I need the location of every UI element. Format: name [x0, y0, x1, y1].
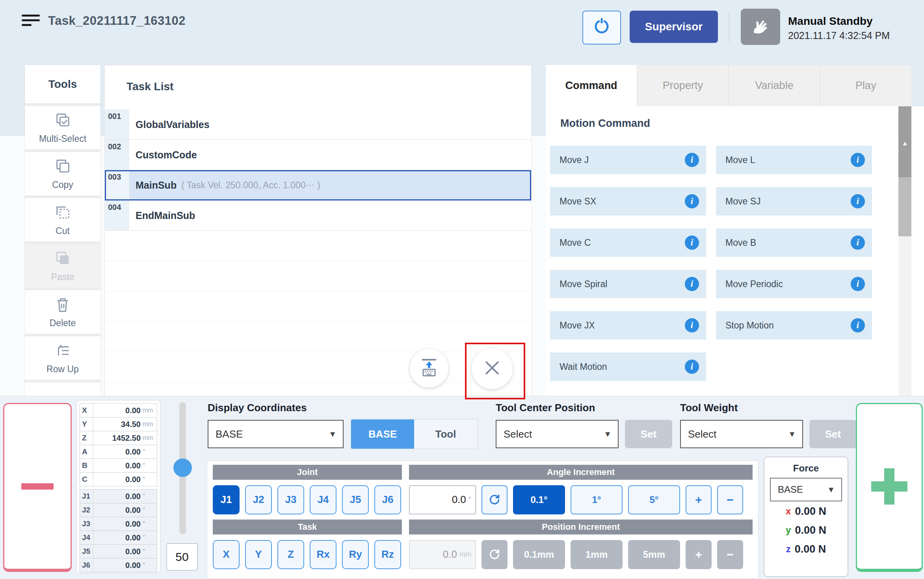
joint-button-j1[interactable]: J1 [213, 485, 240, 514]
tool-weight-set-button[interactable]: Set [809, 420, 857, 448]
tools-item-copy[interactable]: Copy [25, 152, 100, 198]
tools-item-label: Row Up [46, 364, 79, 375]
coordinate-row: Y 34.50 mm [80, 418, 157, 431]
info-icon[interactable]: i [851, 236, 865, 250]
page-title: Task_20211117_163102 [48, 14, 186, 28]
info-icon[interactable]: i [851, 153, 865, 167]
force-frame-dropdown[interactable]: BASE ▼ [770, 478, 842, 501]
info-icon[interactable]: i [685, 277, 699, 291]
gripper-button[interactable] [582, 11, 621, 45]
angle-increment-plus-button[interactable]: + [686, 485, 712, 514]
scrollbar-up-icon[interactable]: ▲ [898, 106, 911, 177]
annotation-highlight-box [465, 343, 525, 399]
info-icon[interactable]: i [685, 194, 699, 208]
jog-bottom-panel: X 0.00 mm Y 34.50 mm Z 1452.50 mm A 0.00 [0, 396, 924, 579]
rotate-icon [488, 493, 501, 507]
task-button-rz[interactable]: Rz [374, 540, 401, 569]
task-row[interactable]: 001 GlobalVariables [105, 109, 531, 140]
scrollbar[interactable]: ▲ [898, 106, 911, 396]
dropdown-value: BASE [216, 428, 243, 440]
tool-center-position-label: Tool Center Position [496, 402, 595, 414]
tab-property[interactable]: Property [637, 65, 729, 106]
tool-center-position-dropdown[interactable]: Select ▼ [496, 420, 619, 448]
position-increment-5mm: 5mm [628, 540, 680, 569]
speed-value-box[interactable]: 50 [166, 543, 198, 571]
tab-play[interactable]: Play [820, 65, 911, 106]
multi-select-icon [54, 111, 72, 131]
task-button-rx[interactable]: Rx [310, 540, 337, 569]
task-row-note: ( Task Vel. 250.000, Acc. 1.000⋯ ) [181, 180, 320, 191]
info-icon[interactable]: i [685, 360, 699, 374]
keyboard-popup-button[interactable] [410, 349, 448, 388]
jog-minus-button[interactable] [3, 403, 72, 572]
motion-button-move-jx[interactable]: Move JX i [550, 311, 706, 340]
coordinate-row: J2 0.00 ° [80, 503, 157, 517]
angle-increment-input[interactable]: 0.0 ° [409, 485, 476, 514]
hamburger-menu-icon[interactable] [22, 15, 40, 29]
info-icon[interactable]: i [851, 194, 865, 208]
angle-increment-5[interactable]: 5° [628, 485, 680, 514]
joint-button-j2[interactable]: J2 [245, 485, 272, 514]
tab-variable[interactable]: Variable [729, 65, 820, 106]
joint-button-j6[interactable]: J6 [374, 485, 401, 514]
motion-button-move-c[interactable]: Move C i [550, 228, 706, 257]
info-icon[interactable]: i [851, 277, 865, 291]
position-increment-minus-button: − [717, 540, 743, 569]
tools-item-cut[interactable]: Cut [25, 198, 100, 244]
paste-icon [54, 250, 72, 269]
motion-button-move-periodic[interactable]: Move Periodic i [716, 270, 872, 298]
motion-button-move-l[interactable]: Move L i [716, 146, 872, 174]
motion-button-move-j[interactable]: Move J i [550, 146, 706, 174]
tab-command[interactable]: Command [546, 65, 637, 106]
motion-button-move-b[interactable]: Move B i [716, 228, 872, 257]
joint-button-j4[interactable]: J4 [310, 485, 337, 514]
supervisor-button[interactable]: Supervisor [630, 11, 718, 43]
command-panel-content: Motion Command Move J i Move L i Move SX… [546, 106, 924, 396]
jog-plus-button[interactable] [856, 403, 923, 572]
coordinate-value: 0.00 [93, 492, 141, 501]
motion-button-move-sx[interactable]: Move SX i [550, 187, 706, 215]
motion-button-stop-motion[interactable]: Stop Motion i [716, 311, 872, 340]
info-icon[interactable]: i [851, 318, 865, 332]
position-increment-value: 0.0 [443, 548, 457, 560]
tool-weight-dropdown[interactable]: Select ▼ [680, 420, 803, 448]
task-row[interactable]: 004 EndMainSub [105, 200, 531, 231]
tools-item-label: Cut [56, 226, 70, 236]
joint-button-j3[interactable]: J3 [277, 485, 304, 514]
joint-button-j5[interactable]: J5 [342, 485, 369, 514]
speed-slider-thumb[interactable] [173, 458, 192, 477]
info-icon[interactable]: i [685, 236, 699, 250]
motion-button-wait-motion[interactable]: Wait Motion i [550, 353, 706, 381]
display-coordinates-label: Display Coordinates [208, 402, 307, 414]
hamburger-bar [22, 24, 32, 26]
task-button-z[interactable]: Z [277, 540, 304, 569]
toggle-tool[interactable]: Tool [414, 419, 477, 449]
coordinate-value: 0.00 [93, 461, 141, 470]
display-coordinates-dropdown[interactable]: BASE ▼ [208, 420, 344, 448]
task-row-name: EndMainSub [136, 210, 195, 221]
manual-mode-badge [741, 9, 780, 45]
task-button-y[interactable]: Y [245, 540, 272, 569]
tools-item-multi-select[interactable]: Multi-Select [25, 106, 100, 152]
scrollbar-thumb[interactable] [898, 177, 911, 236]
info-icon[interactable]: i [685, 318, 699, 332]
task-button-ry[interactable]: Ry [342, 540, 369, 569]
coordinate-label: Y [80, 418, 93, 431]
motion-button-move-spiral[interactable]: Move Spiral i [550, 270, 706, 298]
tools-item-delete[interactable]: Delete [25, 290, 100, 336]
toggle-base[interactable]: BASE [351, 419, 414, 449]
angle-increment-0-1[interactable]: 0.1° [513, 485, 565, 514]
info-icon[interactable]: i [685, 153, 699, 167]
task-button-x[interactable]: X [213, 540, 240, 569]
task-row-selected[interactable]: 003 MainSub ( Task Vel. 250.000, Acc. 1.… [105, 170, 531, 200]
tools-item-row-up[interactable]: Row Up [25, 336, 100, 382]
task-row[interactable]: 002 CustomCode [105, 140, 531, 170]
position-reset-button [482, 540, 508, 569]
angle-increment-1[interactable]: 1° [571, 485, 623, 514]
angle-increment-minus-button[interactable]: − [717, 485, 743, 514]
angle-reset-button[interactable] [482, 485, 508, 514]
tool-center-position-set-button[interactable]: Set [625, 420, 672, 448]
tools-title: Tools [25, 65, 100, 106]
motion-button-label: Move Periodic [725, 279, 783, 290]
motion-button-move-sj[interactable]: Move SJ i [716, 187, 872, 215]
